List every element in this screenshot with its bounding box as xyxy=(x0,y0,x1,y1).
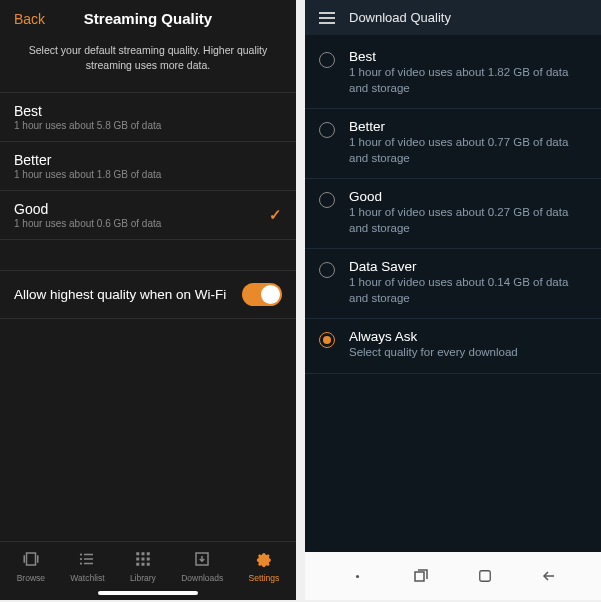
quality-option-good[interactable]: Good 1 hour uses about 0.6 GB of data ✓ xyxy=(0,191,296,240)
wifi-toggle-row[interactable]: Allow highest quality when on Wi-Fi xyxy=(0,270,296,319)
option-title: Good xyxy=(349,189,587,204)
gear-icon xyxy=(255,550,273,570)
radio-icon-selected[interactable] xyxy=(319,332,335,348)
svg-rect-16 xyxy=(141,563,144,566)
radio-icon[interactable] xyxy=(319,262,335,278)
page-subtitle: Select your default streaming quality. H… xyxy=(0,35,296,92)
back-icon[interactable] xyxy=(541,568,557,584)
ios-screen-streaming-quality: Back Streaming Quality Select your defau… xyxy=(0,0,296,600)
svg-rect-13 xyxy=(141,558,144,561)
quality-option-always-ask[interactable]: Always Ask Select quality for every down… xyxy=(305,319,601,374)
svg-rect-4 xyxy=(84,554,93,556)
tab-label: Downloads xyxy=(181,573,223,583)
tab-label: Watchlist xyxy=(70,573,104,583)
svg-rect-9 xyxy=(136,552,139,555)
watchlist-icon xyxy=(78,550,96,570)
home-indicator[interactable] xyxy=(98,591,198,595)
tab-settings[interactable]: Settings xyxy=(249,550,280,583)
option-desc: 1 hour of video uses about 0.14 GB of da… xyxy=(349,275,587,306)
quality-option-better[interactable]: Better 1 hour of video uses about 0.77 G… xyxy=(305,109,601,179)
svg-rect-12 xyxy=(136,558,139,561)
quality-option-best[interactable]: Best 1 hour uses about 5.8 GB of data xyxy=(0,92,296,142)
recents-icon[interactable] xyxy=(413,568,429,584)
option-title: Data Saver xyxy=(349,259,587,274)
option-title: Best xyxy=(14,103,282,119)
svg-rect-17 xyxy=(147,563,150,566)
svg-point-5 xyxy=(80,558,82,560)
quality-option-better[interactable]: Better 1 hour uses about 1.8 GB of data xyxy=(0,142,296,191)
radio-icon[interactable] xyxy=(319,122,335,138)
browse-icon xyxy=(22,550,40,570)
tab-downloads[interactable]: Downloads xyxy=(181,550,223,583)
drawer-icon[interactable] xyxy=(349,568,365,584)
svg-point-3 xyxy=(80,553,82,555)
svg-rect-14 xyxy=(147,558,150,561)
back-button[interactable]: Back xyxy=(14,11,45,27)
tab-label: Settings xyxy=(249,573,280,583)
quality-option-good[interactable]: Good 1 hour of video uses about 0.27 GB … xyxy=(305,179,601,249)
quality-option-data-saver[interactable]: Data Saver 1 hour of video uses about 0.… xyxy=(305,249,601,319)
tab-library[interactable]: Library xyxy=(130,550,156,583)
svg-point-7 xyxy=(80,562,82,564)
option-title: Better xyxy=(349,119,587,134)
svg-rect-6 xyxy=(84,558,93,560)
quality-option-best[interactable]: Best 1 hour of video uses about 1.82 GB … xyxy=(305,39,601,109)
android-nav-bar xyxy=(305,552,601,600)
quality-list: Best 1 hour of video uses about 1.82 GB … xyxy=(305,35,601,378)
page-title: Download Quality xyxy=(349,10,451,25)
tab-watchlist[interactable]: Watchlist xyxy=(70,550,104,583)
page-title: Streaming Quality xyxy=(14,10,282,27)
svg-rect-22 xyxy=(480,571,491,582)
header: Back Streaming Quality xyxy=(0,0,296,35)
android-screen-download-quality: Download Quality Best 1 hour of video us… xyxy=(305,0,601,600)
tab-label: Library xyxy=(130,573,156,583)
menu-icon[interactable] xyxy=(319,12,335,24)
option-desc: 1 hour of video uses about 0.27 GB of da… xyxy=(349,205,587,236)
svg-rect-21 xyxy=(415,572,424,581)
option-title: Better xyxy=(14,152,282,168)
tab-label: Browse xyxy=(17,573,45,583)
svg-point-20 xyxy=(355,574,358,577)
option-title: Best xyxy=(349,49,587,64)
option-desc: 1 hour uses about 0.6 GB of data xyxy=(14,218,282,229)
header: Download Quality xyxy=(305,0,601,35)
checkmark-icon: ✓ xyxy=(269,206,282,224)
svg-rect-8 xyxy=(84,563,93,565)
svg-rect-10 xyxy=(141,552,144,555)
svg-rect-11 xyxy=(147,552,150,555)
option-desc: 1 hour uses about 1.8 GB of data xyxy=(14,169,282,180)
library-icon xyxy=(134,550,152,570)
radio-icon[interactable] xyxy=(319,52,335,68)
tab-bar: Browse Watchlist Library Downloads Setti… xyxy=(0,541,296,587)
tab-browse[interactable]: Browse xyxy=(17,550,45,583)
option-desc: 1 hour of video uses about 1.82 GB of da… xyxy=(349,65,587,96)
option-title: Good xyxy=(14,201,282,217)
toggle-label: Allow highest quality when on Wi-Fi xyxy=(14,287,226,302)
option-desc: Select quality for every download xyxy=(349,345,587,361)
svg-rect-15 xyxy=(136,563,139,566)
option-title: Always Ask xyxy=(349,329,587,344)
option-desc: 1 hour uses about 5.8 GB of data xyxy=(14,120,282,131)
option-desc: 1 hour of video uses about 0.77 GB of da… xyxy=(349,135,587,166)
svg-rect-0 xyxy=(26,553,35,565)
radio-icon[interactable] xyxy=(319,192,335,208)
toggle-switch[interactable] xyxy=(242,283,282,306)
download-icon xyxy=(193,550,211,570)
home-icon[interactable] xyxy=(477,568,493,584)
